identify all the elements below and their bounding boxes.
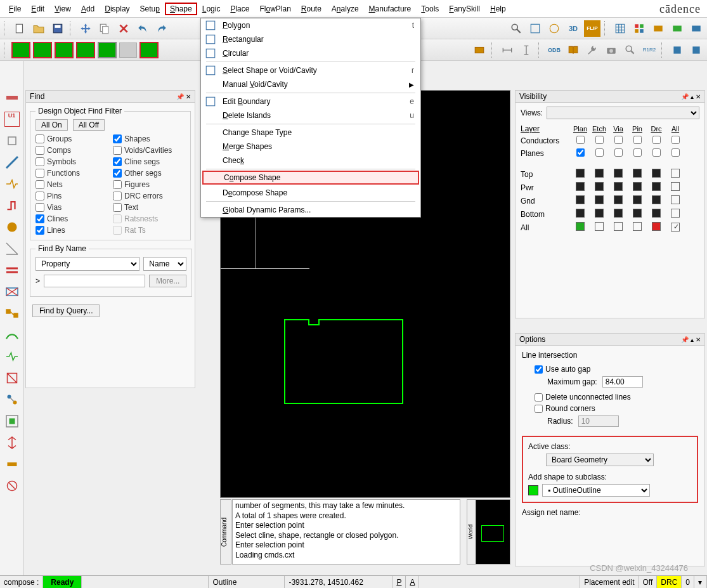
find-check-functions[interactable]: Functions — [36, 169, 108, 178]
world-tab[interactable]: World — [467, 499, 476, 565]
layer-box[interactable] — [652, 195, 661, 204]
shape-tool-6-icon[interactable] — [119, 42, 137, 58]
dim-h-icon[interactable] — [499, 42, 516, 58]
menu-item-edit-boundary[interactable]: Edit Boundarye — [201, 95, 420, 108]
odb-icon[interactable]: ODB — [546, 42, 562, 58]
lb-19-icon[interactable] — [4, 478, 20, 493]
lb-14-icon[interactable] — [4, 370, 20, 386]
world-view[interactable] — [476, 499, 510, 565]
layer-box[interactable] — [595, 195, 604, 204]
log-tab[interactable]: Command — [220, 499, 231, 565]
layer-box[interactable] — [614, 169, 623, 178]
subclass-select[interactable]: ▪ OutlineOutline — [542, 484, 650, 497]
lb-12-icon[interactable] — [4, 327, 20, 343]
findby-input[interactable] — [44, 275, 145, 287]
layer-tool-icon[interactable] — [471, 42, 488, 58]
lb-13-icon[interactable] — [4, 349, 20, 364]
lb-18-icon[interactable] — [4, 457, 20, 472]
menu-item-manual-void-cavity[interactable]: Manual Void/Cavity▶ — [201, 77, 420, 91]
find-by-query-button[interactable]: Find by Query... — [32, 304, 100, 317]
lb-6-icon[interactable] — [4, 198, 20, 213]
menu-item-circular[interactable]: Circular — [201, 46, 420, 60]
vis-check[interactable] — [671, 136, 680, 144]
save-icon[interactable] — [49, 20, 66, 37]
delete-unconnected-checkbox[interactable]: Delete unconnected lines — [535, 393, 698, 402]
menu-edit[interactable]: Edit — [26, 3, 49, 15]
book-icon[interactable] — [565, 42, 581, 58]
zoom-world-icon[interactable] — [546, 20, 562, 37]
menu-place[interactable]: Place — [225, 3, 254, 15]
lb-4-icon[interactable] — [4, 155, 20, 170]
find-check-voids-cavities[interactable]: Voids/Cavities — [113, 146, 185, 155]
find-check-groups[interactable]: Groups — [36, 134, 108, 143]
menu-item-change-shape-type[interactable]: Change Shape Type — [201, 126, 420, 140]
layer-box[interactable] — [614, 182, 623, 191]
layer-box[interactable] — [595, 169, 604, 178]
find-check-pins[interactable]: Pins — [36, 192, 108, 200]
lb-5-icon[interactable] — [4, 176, 20, 192]
layer-box[interactable] — [652, 182, 661, 191]
active-class-select[interactable]: Board Geometry — [546, 454, 654, 466]
shape-tool-4-icon[interactable] — [76, 42, 95, 58]
lb-11-icon[interactable] — [4, 306, 20, 321]
layer-box[interactable] — [671, 209, 680, 218]
find-check-nets[interactable]: Nets — [36, 180, 108, 189]
menu-manufacture[interactable]: Manufacture — [364, 3, 417, 15]
shape-tool-7-icon[interactable] — [139, 42, 159, 58]
shape-tool-3-icon[interactable] — [55, 42, 74, 58]
wrench-icon[interactable] — [584, 42, 600, 58]
camera-icon[interactable] — [603, 42, 619, 58]
menu-item-decompose-shape[interactable]: Decompose Shape — [201, 186, 420, 200]
flip-icon[interactable]: FLIP — [584, 20, 600, 37]
layer-box[interactable] — [576, 169, 585, 178]
lb-8-icon[interactable] — [4, 241, 20, 256]
misc-2-icon[interactable] — [688, 42, 704, 58]
vis-check[interactable] — [576, 148, 585, 157]
find-check-vias[interactable]: Vias — [36, 203, 108, 212]
layer-box[interactable] — [576, 209, 585, 218]
menu-help[interactable]: Help — [485, 3, 511, 15]
layer-box[interactable] — [576, 222, 585, 231]
layer-box[interactable] — [633, 209, 642, 218]
dim-v-icon[interactable] — [518, 42, 535, 58]
find-check-figures[interactable]: Figures — [113, 180, 185, 189]
vis-check[interactable] — [671, 148, 680, 157]
layers-icon[interactable] — [631, 20, 647, 37]
layer-box[interactable] — [595, 182, 604, 191]
new-icon[interactable] — [11, 20, 28, 37]
status-a[interactable]: A — [406, 576, 419, 588]
layer-box[interactable] — [671, 195, 680, 204]
open-icon[interactable] — [30, 20, 47, 37]
layer-box[interactable] — [614, 209, 623, 218]
lb-7-icon[interactable] — [4, 219, 20, 235]
pin-icon[interactable]: 📌 ✕ — [176, 93, 191, 100]
all-off-button[interactable]: All Off — [73, 119, 105, 131]
menu-fanyskill[interactable]: FanySkill — [444, 3, 485, 15]
status-drc[interactable]: DRC — [657, 576, 682, 588]
menu-setup[interactable]: Setup — [135, 3, 165, 15]
zoom-fit-icon[interactable] — [527, 20, 543, 37]
lb-10-icon[interactable] — [4, 284, 20, 299]
tool-a-icon[interactable] — [650, 20, 666, 37]
find-check-clines[interactable]: Clines — [36, 214, 108, 223]
layer-box[interactable] — [671, 169, 680, 178]
menu-logic[interactable]: Logic — [197, 3, 226, 15]
find-check-drc-errors[interactable]: DRC errors — [113, 192, 185, 200]
layer-box[interactable] — [633, 222, 642, 231]
find-check-symbols[interactable]: Symbols — [36, 157, 108, 166]
shape-tool-5-icon[interactable] — [98, 42, 117, 58]
res-icon[interactable]: R1R2 — [641, 42, 658, 58]
subclass-color-swatch[interactable] — [528, 485, 538, 495]
menu-flowplan[interactable]: FlowPlan — [254, 3, 295, 15]
layer-box[interactable] — [652, 222, 661, 231]
grid-icon[interactable] — [612, 20, 628, 37]
findby-name-select[interactable]: Name — [143, 257, 186, 271]
misc-1-icon[interactable] — [669, 42, 685, 58]
layer-box[interactable] — [652, 209, 661, 218]
menu-route[interactable]: Route — [296, 3, 327, 15]
command-log[interactable]: number of segments, this may take a few … — [232, 499, 460, 565]
status-p[interactable]: P — [392, 576, 406, 588]
layer-box[interactable] — [614, 195, 623, 204]
menu-item-delete-islands[interactable]: Delete Islandsu — [201, 108, 420, 122]
shape-tool-1-icon[interactable] — [11, 42, 30, 58]
